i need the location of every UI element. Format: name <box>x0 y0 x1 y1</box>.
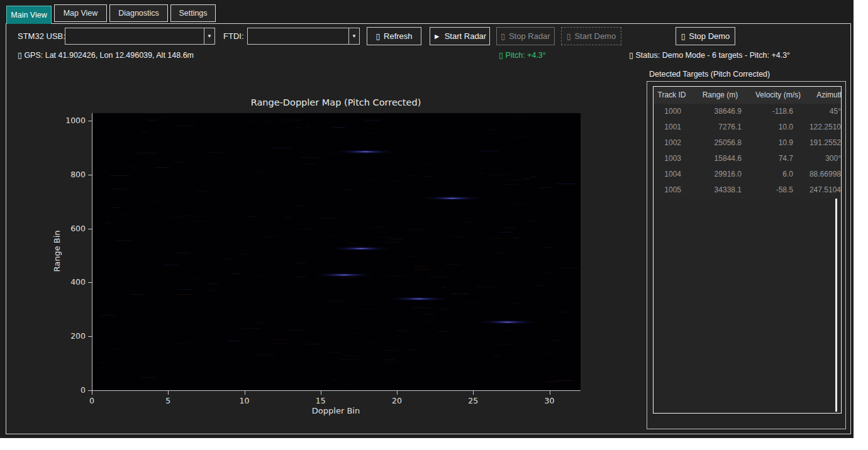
noise-speckle <box>501 232 513 233</box>
table-cell: 45° <box>806 104 842 119</box>
tab-main-view[interactable]: Main View <box>6 6 52 24</box>
chevron-down-icon[interactable]: ▼ <box>348 28 359 44</box>
tab-diagnostics[interactable]: Diagnostics <box>109 4 168 22</box>
noise-speckle <box>228 341 241 341</box>
stop-demo-button[interactable]: ▯ Stop Demo <box>676 27 735 45</box>
table-cell: 1000 <box>654 104 690 119</box>
noise-speckle <box>182 216 198 216</box>
noise-speckle <box>298 229 313 229</box>
column-header-azimuth[interactable]: Azimuth <box>806 87 842 104</box>
noise-speckle <box>112 207 120 208</box>
noise-speckle <box>525 221 540 221</box>
table-row[interactable]: 100534338.1-58.5247.5104 <box>654 182 842 198</box>
noise-speckle <box>192 365 204 365</box>
noise-speckle <box>333 283 345 283</box>
column-header-track-id[interactable]: Track ID <box>654 87 690 104</box>
noise-speckle <box>387 275 405 276</box>
column-header-velocity[interactable]: Velocity (m/s) <box>750 87 806 104</box>
x-tick-mark <box>397 391 398 395</box>
start-radar-button[interactable]: ► Start Radar <box>430 27 490 45</box>
noise-speckle <box>438 331 448 332</box>
stop-radar-button: ▯ Stop Radar <box>496 27 555 45</box>
chart-title: Range-Doppler Map (Pitch Corrected) <box>210 97 462 107</box>
range-doppler-plot <box>92 113 581 391</box>
noise-speckle <box>554 380 574 381</box>
noise-speckle <box>279 275 285 275</box>
noise-speckle <box>370 179 379 180</box>
noise-speckle <box>496 344 512 344</box>
noise-speckle <box>285 217 291 218</box>
noise-speckle <box>435 270 446 271</box>
refresh-icon: ▯ <box>376 32 380 41</box>
noise-speckle <box>154 200 159 201</box>
noise-speckle <box>304 163 317 164</box>
noise-speckle <box>407 349 417 350</box>
noise-speckle <box>172 162 186 162</box>
table-body: 100038646.9-118.645°10017276.110.0122.25… <box>654 104 842 198</box>
noise-speckle <box>113 349 122 349</box>
stm32-usb-combobox[interactable]: ▼ <box>65 28 215 45</box>
start-demo-button: ▯ Start Demo <box>561 27 621 45</box>
tab-map-view[interactable]: Map View <box>54 4 107 22</box>
noise-speckle <box>159 117 165 118</box>
ftdi-combobox[interactable]: ▼ <box>247 28 360 45</box>
x-tick-mark <box>168 391 169 395</box>
noise-speckle <box>106 222 110 223</box>
refresh-button[interactable]: ▯ Refresh <box>367 27 421 45</box>
y-tick-mark <box>88 336 92 337</box>
noise-speckle <box>131 294 146 295</box>
table-header-row[interactable]: Track ID Range (m) Velocity (m/s) Azimut… <box>654 87 842 104</box>
noise-speckle <box>169 217 185 217</box>
status-icon: ▯ <box>629 51 633 60</box>
stop-radar-button-label: Stop Radar <box>509 31 550 41</box>
table-cell: 7276.1 <box>690 119 750 135</box>
table-cell: -118.6 <box>750 104 806 119</box>
noise-speckle <box>141 132 149 133</box>
noise-speckle <box>431 256 443 256</box>
noise-speckle <box>540 187 552 188</box>
noise-speckle <box>196 191 210 192</box>
table-row[interactable]: 100315844.674.7300° <box>654 151 842 167</box>
noise-speckle <box>296 127 302 128</box>
noise-speckle <box>287 330 303 331</box>
tab-settings[interactable]: Settings <box>170 4 216 22</box>
noise-speckle <box>406 256 418 256</box>
chevron-down-icon[interactable]: ▼ <box>204 28 214 44</box>
stop-demo-button-label: Stop Demo <box>689 31 730 41</box>
table-row[interactable]: 100225056.810.9191.2552 <box>654 135 842 151</box>
noise-speckle <box>123 216 130 216</box>
noise-speckle <box>390 239 403 239</box>
satellite-icon: ▯ <box>18 51 22 60</box>
noise-speckle <box>443 287 447 288</box>
noise-speckle <box>340 359 359 359</box>
noise-speckle <box>101 315 115 316</box>
column-header-range[interactable]: Range (m) <box>690 87 750 104</box>
table-row[interactable]: 100429916.06.088.66998 <box>654 167 842 182</box>
noise-speckle <box>384 350 399 351</box>
table-scrollbar[interactable] <box>835 199 837 412</box>
noise-speckle <box>348 356 361 356</box>
noise-speckle <box>282 120 302 121</box>
noise-speckle <box>415 269 432 270</box>
table-row[interactable]: 10017276.110.0122.2510 <box>654 119 842 135</box>
noise-speckle <box>523 178 530 179</box>
noise-speckle <box>306 126 310 126</box>
x-tick-mark <box>550 391 550 395</box>
noise-speckle <box>543 247 552 248</box>
noise-speckle <box>474 159 479 160</box>
table-cell: 10.0 <box>750 119 806 135</box>
noise-speckle <box>271 339 289 340</box>
noise-speckle <box>325 352 340 353</box>
noise-speckle <box>350 243 355 244</box>
table-row[interactable]: 100038646.9-118.645° <box>654 104 842 119</box>
noise-speckle <box>396 331 407 331</box>
noise-speckle <box>425 314 433 314</box>
noise-speckle <box>274 343 287 344</box>
targets-table[interactable]: Track ID Range (m) Velocity (m/s) Azimut… <box>653 86 842 414</box>
tab-main-view-label: Main View <box>11 11 47 19</box>
noise-speckle <box>140 377 157 378</box>
table-cell: 74.7 <box>750 151 806 167</box>
noise-speckle <box>414 266 428 266</box>
noise-speckle <box>111 189 126 189</box>
noise-speckle <box>208 283 218 284</box>
